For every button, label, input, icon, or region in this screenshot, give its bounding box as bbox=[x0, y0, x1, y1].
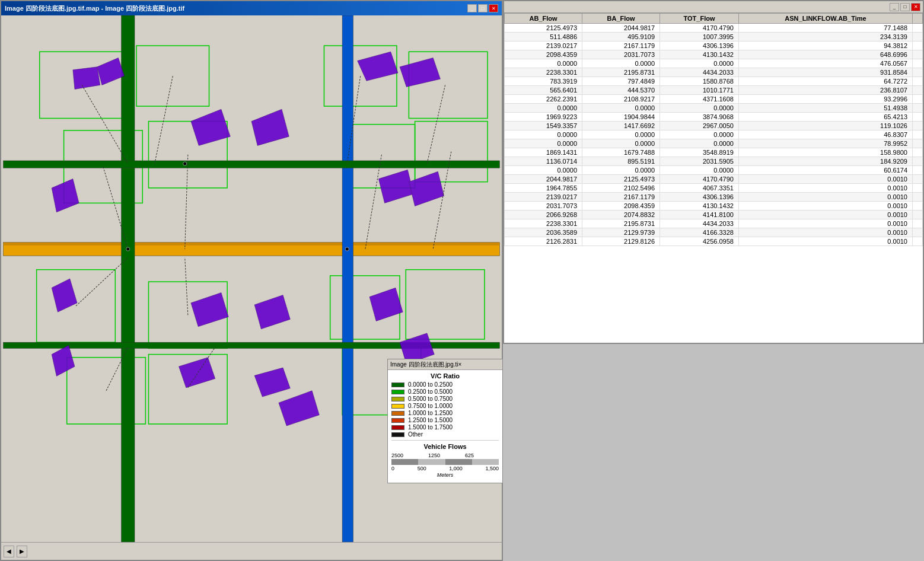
table-cell: 2074.8832 bbox=[582, 211, 660, 219]
table-cell: 495.9109 bbox=[582, 33, 660, 42]
next-button[interactable]: ▶ bbox=[17, 546, 27, 557]
table-row: 783.3919797.48491580.876864.7272 bbox=[505, 77, 923, 86]
table-cell: 0.0010 bbox=[738, 193, 912, 202]
prev-button[interactable]: ◀ bbox=[4, 546, 14, 557]
map-titlebar: Image 四阶段法底图.jpg.tif.map - Image 四阶段法底图.… bbox=[1, 1, 502, 15]
table-row: 2238.33012195.87314434.2033931.8584 bbox=[505, 68, 923, 77]
col-scroll bbox=[913, 14, 923, 24]
table-cell: 4067.3351 bbox=[660, 184, 739, 193]
table-cell: 783.3919 bbox=[505, 77, 582, 86]
scale-label-1000: 1,000 bbox=[449, 466, 463, 471]
table-row: 2036.35892129.97394166.33280.0010 bbox=[505, 228, 923, 237]
table-row: 2238.33012195.87314434.20330.0010 bbox=[505, 219, 923, 228]
table-cell: 51.4938 bbox=[738, 104, 912, 113]
table-cell: 511.4886 bbox=[505, 33, 582, 42]
scale-num-1250: 1250 bbox=[428, 452, 440, 458]
table-cell: 444.5370 bbox=[582, 86, 660, 95]
table-cell: 0.0000 bbox=[660, 139, 739, 148]
legend-color-swatch bbox=[391, 390, 404, 394]
table-cell: 2167.1179 bbox=[582, 42, 660, 50]
table-row: 1964.78552102.54964067.33510.0010 bbox=[505, 184, 923, 193]
legend-color-swatch bbox=[391, 404, 404, 409]
table-cell: 1580.8768 bbox=[660, 77, 739, 86]
data-maximize-button[interactable]: □ bbox=[900, 3, 910, 11]
svg-point-52 bbox=[126, 247, 130, 251]
table-cell: 60.6174 bbox=[738, 166, 912, 175]
legend-item: 0.5000 to 0.7500 bbox=[391, 396, 499, 402]
table-cell: 4141.8100 bbox=[660, 211, 739, 219]
table-row: 0.00000.00000.0000476.0567 bbox=[505, 59, 923, 68]
table-row: 2126.28312129.81264256.09580.0010 bbox=[505, 237, 923, 246]
legend-item-label: 0.7500 to 1.0000 bbox=[408, 403, 453, 409]
legend-scale-bar: 2500 1250 625 0 500 1,000 1,500 Meters bbox=[391, 452, 499, 478]
table-cell: 65.4213 bbox=[738, 113, 912, 122]
map-maximize-button[interactable]: □ bbox=[478, 4, 488, 12]
scale-unit: Meters bbox=[391, 472, 499, 478]
table-cell: 1136.0714 bbox=[505, 157, 582, 166]
table-cell: 2125.4973 bbox=[505, 24, 582, 33]
table-cell: 565.6401 bbox=[505, 86, 582, 95]
table-cell: 2129.8126 bbox=[582, 237, 660, 246]
map-statusbar: ◀ ▶ bbox=[1, 542, 502, 560]
table-row: 0.00000.00000.000078.9952 bbox=[505, 139, 923, 148]
table-cell: 234.3139 bbox=[738, 33, 912, 42]
legend-item-label: 1.0000 to 1.2500 bbox=[408, 410, 453, 416]
legend-item: 1.2500 to 1.5000 bbox=[391, 417, 499, 423]
legend-color-swatch bbox=[391, 425, 404, 430]
table-cell: 2195.8731 bbox=[582, 219, 660, 228]
table-cell: 158.9800 bbox=[738, 148, 912, 157]
table-cell: 0.0010 bbox=[738, 211, 912, 219]
table-row: 2139.02172167.11794306.13960.0010 bbox=[505, 193, 923, 202]
table-cell: 895.5191 bbox=[582, 157, 660, 166]
data-titlebar: _ □ ✕ bbox=[504, 1, 923, 13]
table-cell: 0.0000 bbox=[505, 104, 582, 113]
table-row: 511.4886495.91091007.3995234.3139 bbox=[505, 33, 923, 42]
svg-rect-17 bbox=[4, 243, 500, 246]
vc-ratio-title: V/C Ratio bbox=[391, 372, 499, 380]
table-cell: 4434.2033 bbox=[660, 68, 739, 77]
map-close-button[interactable]: ✕ bbox=[489, 4, 498, 12]
table-cell: 2098.4359 bbox=[505, 50, 582, 59]
col-asn-time: ASN_LINKFLOW.AB_Time bbox=[738, 14, 912, 24]
table-cell: 0.0000 bbox=[660, 130, 739, 139]
table-cell: 236.8107 bbox=[738, 86, 912, 95]
legend-color-swatch bbox=[391, 418, 404, 423]
table-cell: 119.1026 bbox=[738, 122, 912, 130]
table-cell: 3874.9068 bbox=[660, 113, 739, 122]
legend-item: 0.0000 to 0.2500 bbox=[391, 381, 499, 388]
table-cell: 0.0010 bbox=[738, 237, 912, 246]
data-table-container[interactable]: AB_Flow BA_Flow TOT_Flow ASN_LINKFLOW.AB… bbox=[504, 13, 923, 343]
scale-num-625: 625 bbox=[465, 452, 474, 458]
table-cell: 1679.7488 bbox=[582, 148, 660, 157]
data-close-button[interactable]: ✕ bbox=[911, 3, 920, 11]
map-minimize-button[interactable]: _ bbox=[467, 4, 477, 12]
legend-body: V/C Ratio 0.0000 to 0.25000.2500 to 0.50… bbox=[388, 370, 502, 483]
table-cell: 2108.9217 bbox=[582, 95, 660, 104]
table-cell: 2139.0217 bbox=[505, 193, 582, 202]
table-cell: 0.0000 bbox=[505, 130, 582, 139]
scale-seg-4 bbox=[472, 459, 499, 465]
table-cell: 94.3812 bbox=[738, 42, 912, 50]
table-cell: 0.0010 bbox=[738, 184, 912, 193]
table-cell: 0.0010 bbox=[738, 219, 912, 228]
legend-item: 1.5000 to 1.7500 bbox=[391, 424, 499, 431]
table-cell: 4256.0958 bbox=[660, 237, 739, 246]
table-row: 565.6401444.53701010.1771236.8107 bbox=[505, 86, 923, 95]
table-row: 0.00000.00000.000046.8307 bbox=[505, 130, 923, 139]
table-row: 1869.14311679.74883548.8919158.9800 bbox=[505, 148, 923, 157]
table-cell: 0.0000 bbox=[505, 59, 582, 68]
table-cell: 0.0000 bbox=[582, 130, 660, 139]
data-minimize-button[interactable]: _ bbox=[890, 3, 899, 11]
table-cell: 931.8584 bbox=[738, 68, 912, 77]
table-cell: 2167.1179 bbox=[582, 193, 660, 202]
legend-divider bbox=[391, 440, 499, 441]
table-cell: 0.0000 bbox=[660, 104, 739, 113]
table-cell: 4130.1432 bbox=[660, 202, 739, 211]
table-cell: 46.8307 bbox=[738, 130, 912, 139]
table-cell: 184.9209 bbox=[738, 157, 912, 166]
scale-label-500: 500 bbox=[418, 466, 426, 471]
table-cell: 0.0000 bbox=[582, 139, 660, 148]
table-cell: 2102.5496 bbox=[582, 184, 660, 193]
table-cell: 4166.3328 bbox=[660, 228, 739, 237]
legend-item-label: 0.0000 to 0.2500 bbox=[408, 381, 453, 388]
